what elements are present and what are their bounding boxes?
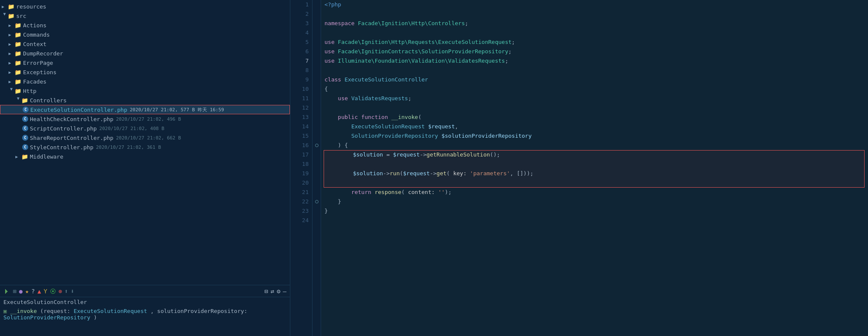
code-line-15: SolutionProviderRepository $solutionProv… (324, 131, 865, 141)
tree-item-http[interactable]: ▶ 📁 Http (0, 86, 290, 96)
flag-icon[interactable]: ▲ (38, 288, 41, 295)
folder-icon: 📁 (15, 69, 21, 75)
tree-item-context[interactable]: ▶ 📁 Context (0, 39, 290, 49)
arrow-icon: ▶ (2, 4, 8, 9)
bookmark-icon[interactable]: ★ (25, 288, 29, 295)
line-num-11: 11 (294, 94, 309, 103)
tree-item-script[interactable]: C ScriptController.php 2020/10/27 21:02,… (0, 124, 290, 133)
line-numbers: 1 2 3 4 5 6 7 8 9 10 11 12 13 14 15 16 1… (290, 0, 313, 336)
run-icon[interactable]: ⦿ (50, 288, 56, 295)
code-editor: 1 2 3 4 5 6 7 8 9 10 11 12 13 14 15 16 1… (290, 0, 868, 336)
gutter-2 (313, 9, 321, 19)
gutter-20 (313, 178, 321, 188)
method-close: ) (94, 314, 97, 321)
item-label: ExecuteSolutionController.php (30, 107, 127, 113)
tree-item-dumprecorder[interactable]: ▶ 📁 DumpRecorder (0, 49, 290, 58)
minimize-icon[interactable]: — (283, 288, 286, 295)
gutter-15 (313, 131, 321, 141)
gutter-24 (313, 216, 321, 225)
gutter-17 (313, 150, 321, 159)
gutter-circle-16 (315, 144, 319, 147)
line-num-24: 24 (294, 216, 309, 225)
tree-item-commands[interactable]: ▶ 📁 Commands (0, 30, 290, 39)
php-file-icon: C (22, 125, 28, 131)
align-icon[interactable]: ⊟ (264, 288, 268, 295)
folder-icon: 📁 (15, 60, 21, 66)
code-line-11: use ValidatesRequests; (324, 94, 865, 103)
line-num-4: 4 (294, 28, 309, 38)
line-num-13: 13 (294, 113, 309, 122)
tree-item-controllers[interactable]: ▶ 📁 Controllers (0, 96, 290, 105)
help-icon[interactable]: ? (31, 288, 35, 295)
arrow-up-icon[interactable]: ⬆ (64, 288, 68, 295)
line-num-18: 18 (294, 159, 309, 169)
tree-item-style[interactable]: C StyleController.php 2020/10/27 21:02, … (0, 142, 290, 152)
line-num-23: 23 (294, 206, 309, 216)
method-icon: ▣ (3, 308, 10, 314)
line-num-14: 14 (294, 122, 309, 131)
folder-icon: 📁 (8, 3, 15, 10)
code-line-7: use Illuminate\Foundation\Validation\Val… (324, 56, 865, 66)
tree-item-healthcheck[interactable]: C HealthCheckController.php 2020/10/27 2… (0, 114, 290, 124)
gutter-10 (313, 84, 321, 94)
tree-item-facades[interactable]: ▶ 📁 Facades (0, 77, 290, 86)
code-line-17: $solution = $request->getRunnableSolutio… (324, 150, 865, 159)
tree-item-sharereport[interactable]: C ShareReportController.php 2020/10/27 2… (0, 133, 290, 142)
tree-item-errorpage[interactable]: ▶ 📁 ErrorPage (0, 58, 290, 67)
line-num-8: 8 (294, 66, 309, 75)
code-line-3: namespace Facade\Ignition\Http\Controlle… (324, 19, 865, 28)
settings-icon[interactable]: ⚙ (277, 288, 280, 295)
folder-icon: 📁 (15, 41, 21, 47)
item-label: Controllers (30, 97, 67, 104)
step-icon[interactable]: ⊞ (13, 288, 16, 295)
code-line-1: <?php (324, 0, 865, 9)
tree-item-executesolution[interactable]: C ExecuteSolutionController.php 2020/10/… (0, 105, 290, 114)
php-file-icon: C (22, 144, 28, 150)
arrow-down-icon[interactable]: ⬇ (71, 288, 74, 295)
code-content: 1 2 3 4 5 6 7 8 9 10 11 12 13 14 15 16 1… (290, 0, 868, 336)
debug-icon[interactable]: ⏵ (3, 287, 10, 295)
tree-item-exceptions[interactable]: ▶ 📁 Exceptions (0, 67, 290, 77)
arrow-icon: ▶ (9, 70, 15, 75)
profile-icon[interactable]: ● (19, 288, 22, 295)
tree-item-src[interactable]: ▶ 📁 src (0, 11, 290, 20)
item-meta: 2020/10/27 21:02, 496 B (116, 116, 181, 122)
swap-icon[interactable]: ⇄ (271, 288, 274, 295)
item-label: resources (16, 3, 46, 10)
item-label: ErrorPage (23, 60, 53, 66)
item-label: Middleware (30, 154, 63, 160)
tree-item-resources[interactable]: ▶ 📁 resources (0, 2, 290, 11)
item-label: Http (23, 88, 36, 94)
folder-icon: 📁 (21, 97, 28, 104)
gutter-4 (313, 28, 321, 38)
php-file-icon: C (22, 135, 28, 141)
error-icon[interactable]: ⊛ (58, 288, 62, 295)
gutter-23 (313, 206, 321, 216)
arrow-icon: ▶ (15, 154, 21, 159)
code-line-6: use Facade\IgnitionContracts\SolutionPro… (324, 47, 865, 56)
php-file-icon: C (22, 116, 28, 122)
folder-icon: 📁 (15, 22, 21, 29)
line-num-10: 10 (294, 84, 309, 94)
code-line-24 (324, 216, 865, 225)
item-label: Actions (23, 22, 47, 29)
line-num-6: 6 (294, 47, 309, 56)
gutter-12 (313, 103, 321, 113)
arrow-icon: ▶ (9, 88, 14, 94)
gutter-6 (313, 47, 321, 56)
arrow-icon: ▶ (3, 13, 7, 19)
tree-item-middleware[interactable]: ▶ 📁 Middleware (0, 152, 290, 161)
gutter-11 (313, 94, 321, 103)
gutter-9 (313, 75, 321, 84)
class-label: ExecuteSolutionController (3, 299, 87, 305)
lambda-icon[interactable]: Y (44, 288, 47, 295)
gutter-18 (313, 159, 321, 169)
param-type1: ExecuteSolutionRequest (73, 308, 147, 314)
code-line-16: ) { (324, 141, 865, 150)
tree-item-actions[interactable]: ▶ 📁 Actions (0, 20, 290, 30)
bottom-bar: ⏵ ⊞ ● ★ ? ▲ Y ⦿ ⊛ ⬆ ⬇ ⊟ ⇄ ⚙ — ExecuteSol… (0, 285, 290, 336)
gutter-22 (313, 197, 321, 206)
folder-icon: 📁 (15, 50, 21, 57)
arrow-icon: ▶ (9, 23, 15, 28)
gutter-16 (313, 141, 321, 150)
